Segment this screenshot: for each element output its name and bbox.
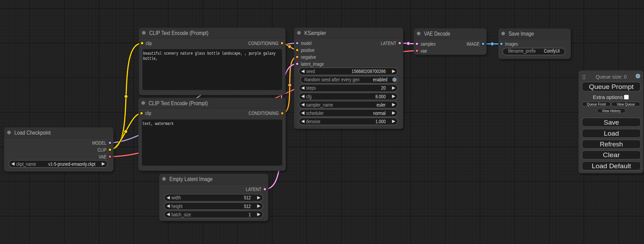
- svg-text:156680208700286: 156680208700286: [352, 69, 386, 74]
- svg-text:Empty Latent Image: Empty Latent Image: [169, 176, 213, 182]
- svg-text:euler: euler: [377, 102, 386, 108]
- svg-text:height: height: [171, 204, 183, 209]
- svg-text:filename_prefix: filename_prefix: [508, 48, 536, 54]
- svg-text:VAE: VAE: [99, 154, 106, 160]
- svg-text:1.000: 1.000: [376, 119, 386, 124]
- svg-text:bottle,: bottle,: [143, 56, 158, 61]
- svg-text:model: model: [301, 40, 311, 46]
- svg-text:Save Image: Save Image: [509, 30, 534, 37]
- svg-text:Queue Prompt: Queue Prompt: [589, 83, 634, 90]
- svg-text:cfg: cfg: [306, 94, 312, 99]
- svg-text:CLIP: CLIP: [97, 147, 106, 153]
- svg-text:vae: vae: [421, 48, 427, 54]
- svg-text:clip: clip: [145, 110, 151, 116]
- svg-text:VAE Decode: VAE Decode: [424, 30, 450, 37]
- svg-text:batch_size: batch_size: [171, 212, 191, 217]
- svg-text:KSampler: KSampler: [304, 30, 326, 36]
- svg-text:CLIP Text Encode (Prompt): CLIP Text Encode (Prompt): [149, 100, 208, 107]
- svg-text:scheduler: scheduler: [306, 110, 324, 116]
- svg-text:512: 512: [244, 195, 251, 200]
- svg-text:Random seed after every gen: Random seed after every gen: [304, 77, 359, 82]
- svg-text:LATENT: LATENT: [381, 40, 396, 46]
- svg-text:CONDITIONING: CONDITIONING: [248, 40, 279, 46]
- svg-text:8.000: 8.000: [376, 94, 386, 99]
- svg-text:CLIP Text Encode (Prompt): CLIP Text Encode (Prompt): [149, 30, 209, 36]
- svg-text:20: 20: [381, 85, 386, 91]
- svg-text:CONDITIONING: CONDITIONING: [248, 110, 279, 116]
- svg-text:LATENT: LATENT: [246, 187, 262, 192]
- svg-text:clip: clip: [146, 40, 152, 46]
- svg-text:IMAGE: IMAGE: [467, 41, 480, 47]
- svg-text:samples: samples: [421, 41, 435, 47]
- svg-text:Save: Save: [604, 119, 619, 126]
- svg-text:beautiful scenery nature glass: beautiful scenery nature glass bottle la…: [143, 51, 276, 56]
- svg-text:Load Default: Load Default: [592, 162, 631, 170]
- svg-text:Load Checkpoint: Load Checkpoint: [15, 129, 51, 136]
- svg-text:Queue Front: Queue Front: [587, 102, 606, 106]
- svg-text:positive: positive: [301, 47, 315, 53]
- svg-text:View History: View History: [602, 109, 621, 113]
- svg-text:Queue size: 0: Queue size: 0: [596, 74, 627, 80]
- svg-text:seed: seed: [306, 69, 315, 74]
- svg-text:width: width: [171, 195, 181, 200]
- svg-text:text, watermark: text, watermark: [142, 121, 174, 126]
- svg-text:v1-5-pruned-emaonly.ckpt: v1-5-pruned-emaonly.ckpt: [48, 161, 96, 167]
- svg-text:Clear: Clear: [603, 151, 620, 159]
- svg-text:512: 512: [244, 204, 251, 209]
- svg-text:1: 1: [248, 212, 251, 217]
- svg-text:Extra options: Extra options: [593, 94, 623, 100]
- svg-text:normal: normal: [373, 110, 386, 116]
- svg-text:negative: negative: [301, 54, 316, 60]
- svg-text:ckpt_name: ckpt_name: [16, 161, 36, 167]
- svg-text:enabled: enabled: [373, 77, 387, 82]
- svg-text:latent_image: latent_image: [301, 61, 324, 67]
- svg-text:images: images: [505, 41, 518, 47]
- svg-text:steps: steps: [306, 85, 316, 91]
- svg-text:View Queue: View Queue: [617, 102, 635, 106]
- svg-text:Refresh: Refresh: [600, 141, 623, 148]
- svg-text:Load: Load: [604, 130, 619, 137]
- svg-text:MODEL: MODEL: [92, 140, 106, 146]
- svg-text:sampler_name: sampler_name: [306, 102, 333, 108]
- svg-text:ComfyUI: ComfyUI: [544, 48, 560, 54]
- svg-text:denoise: denoise: [306, 119, 320, 124]
